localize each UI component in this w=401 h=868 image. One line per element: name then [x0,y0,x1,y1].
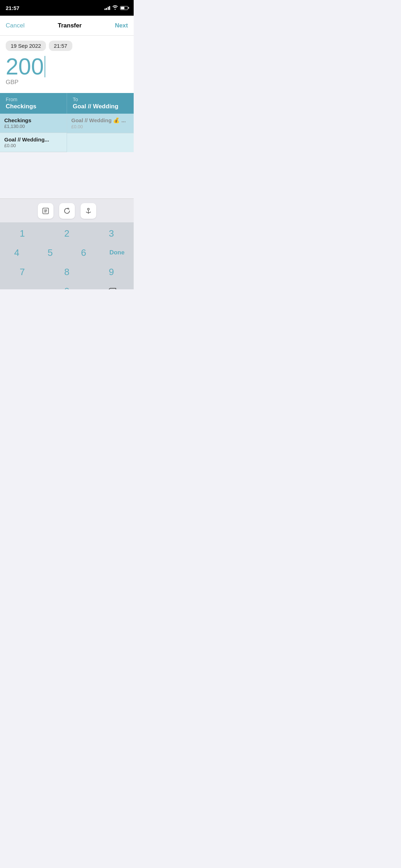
key-3[interactable]: 3 [89,224,134,243]
cancel-button[interactable]: Cancel [6,22,25,29]
utility-row [0,199,134,222]
currency-label: GBP [6,79,128,86]
account-lists: Checkings £1,130.00 Goal // Wedding... £… [0,114,134,152]
list-item[interactable]: Checkings £1,130.00 [0,114,67,133]
key-9[interactable]: 9 [89,262,134,281]
account-balance: £0.00 [4,143,62,148]
status-bar: 21:57 [0,0,134,16]
key-5[interactable]: 5 [34,243,67,262]
list-icon-button[interactable] [38,203,53,219]
keypad-row-3: 7 8 9 [0,262,134,281]
account-balance: £1,130.00 [4,124,62,129]
from-label: From [6,97,61,102]
from-col: From Checkings [0,93,67,114]
datetime-row: 19 Sep 2022 21:57 [0,36,134,52]
done-button[interactable]: Done [100,243,134,262]
wifi-icon [112,5,118,11]
key-2[interactable]: 2 [45,224,89,243]
key-4[interactable]: 4 [0,243,34,262]
signal-icon [104,6,110,10]
backspace-button[interactable] [89,281,134,289]
next-button[interactable]: Next [115,22,128,29]
backspace-icon [107,288,116,289]
refresh-icon [63,207,71,215]
cursor [45,56,45,77]
account-name: Goal // Wedding 💰 ... [71,117,129,124]
to-account-col: Goal // Wedding 💰 ... £0.00 [67,114,134,152]
account-name: Goal // Wedding... [4,136,62,143]
keypad: 1 2 3 4 5 6 Done 7 8 9 . 0 [0,222,134,289]
keypad-row-2: 4 5 6 Done [0,243,134,262]
refresh-icon-button[interactable] [59,203,75,219]
svg-point-4 [87,208,89,210]
key-1[interactable]: 1 [0,224,45,243]
keypad-row-4: . 0 [0,281,134,289]
key-0[interactable]: 0 [45,281,89,289]
list-item[interactable]: Goal // Wedding... £0.00 [0,133,67,152]
nav-bar: Cancel Transfer Next [0,16,134,36]
anchor-icon [84,207,92,215]
status-time: 21:57 [6,5,19,11]
battery-icon [120,6,128,10]
amount-number: 200 [6,55,44,78]
to-col: To Goal // Wedding [67,93,134,114]
list-item[interactable]: Goal // Wedding 💰 ... £0.00 [67,114,134,133]
time-badge[interactable]: 21:57 [49,41,72,51]
empty-space [0,152,134,198]
keypad-row-1: 1 2 3 [0,224,134,243]
anchor-icon-button[interactable] [81,203,96,219]
transfer-header: From Checkings To Goal // Wedding [0,93,134,114]
key-8[interactable]: 8 [45,262,89,281]
amount-display: 200 [6,55,128,78]
status-icons [104,5,128,11]
list-icon [42,207,50,215]
page-title: Transfer [58,22,82,29]
from-account-col: Checkings £1,130.00 Goal // Wedding... £… [0,114,67,152]
account-name: Checkings [4,117,62,123]
from-account: Checkings [6,103,61,110]
to-account: Goal // Wedding [73,103,128,110]
amount-area: 200 GBP [0,52,134,93]
to-label: To [73,97,128,102]
key-dot[interactable]: . [0,281,45,289]
key-7[interactable]: 7 [0,262,45,281]
key-6[interactable]: 6 [67,243,101,262]
account-balance: £0.00 [71,124,129,129]
date-badge[interactable]: 19 Sep 2022 [6,41,46,51]
